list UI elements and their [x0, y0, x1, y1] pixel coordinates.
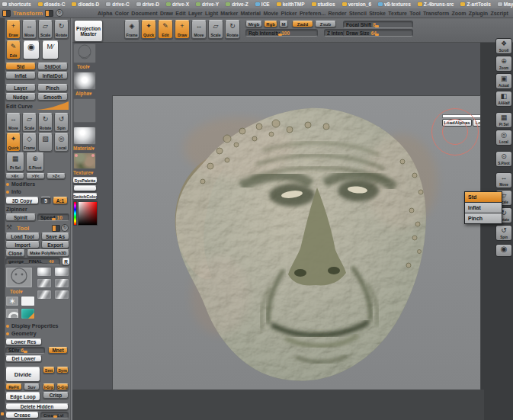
- tool-slot[interactable]: [54, 267, 69, 277]
- menu-color[interactable]: Color: [115, 11, 129, 16]
- scroll-button[interactable]: ❖Scroll: [495, 38, 512, 54]
- menu-marker[interactable]: Marker: [220, 11, 238, 16]
- display-properties-section[interactable]: Display Properties: [6, 323, 58, 329]
- frame-toolbar-button[interactable]: ◈Frame: [124, 20, 139, 39]
- quick-button[interactable]: ✦Quick: [6, 133, 21, 152]
- shortcut-item[interactable]: drive-X: [166, 2, 189, 7]
- refit-button[interactable]: ReFit: [5, 383, 22, 390]
- camera-button[interactable]: ◉: [23, 40, 40, 59]
- shortcut-item[interactable]: dloads-D: [72, 2, 99, 7]
- edit-object-button[interactable]: ✎Edit: [6, 40, 21, 59]
- dock-toggle-icon[interactable]: [45, 10, 53, 17]
- axis-x-button[interactable]: >X<: [5, 173, 24, 179]
- suv-button[interactable]: Suv: [24, 383, 40, 390]
- delete-hidden-button[interactable]: Delete Hidden: [5, 403, 69, 410]
- del-lower-button[interactable]: Del Lower: [5, 355, 42, 362]
- quick-toolbar-button[interactable]: ✦Quick: [141, 20, 156, 39]
- shortcut-item[interactable]: keithTMP: [277, 2, 305, 7]
- menu-texture[interactable]: Texture: [388, 11, 407, 16]
- tool-slot[interactable]: [37, 267, 52, 277]
- ogrp-button[interactable]: O-Grp: [56, 383, 69, 390]
- menu-transform[interactable]: Transform: [423, 11, 449, 16]
- focal-shift-slider[interactable]: Focal Shift8: [343, 21, 413, 28]
- stroke-tray-slot[interactable]: [73, 98, 96, 123]
- camera-button-right[interactable]: ◉: [495, 244, 512, 257]
- brush-std-button[interactable]: Std: [5, 63, 36, 70]
- brush-smooth-button[interactable]: Smooth: [37, 93, 68, 101]
- move-button[interactable]: ↔Move: [6, 113, 21, 132]
- material-tray-thumbnail[interactable]: [73, 127, 96, 145]
- set-pivot-button[interactable]: ⊕S.Pivot: [26, 152, 44, 172]
- popup-item-pinch[interactable]: Pinch: [465, 213, 502, 223]
- edit-toolbar-button[interactable]: ✎Edit: [158, 20, 173, 39]
- current-tool-thumbnail[interactable]: [5, 267, 33, 288]
- slider-nub-icon[interactable]: [375, 34, 379, 36]
- shortcut-item[interactable]: drive-C: [106, 2, 129, 7]
- local-button[interactable]: ◎Local: [54, 133, 69, 152]
- menu-draw[interactable]: Draw: [160, 11, 173, 16]
- speed-slider[interactable]: Speed10: [37, 213, 69, 221]
- zadd-button[interactable]: Zadd: [292, 21, 313, 27]
- draw-size-slider[interactable]: Draw Size64: [343, 29, 413, 37]
- popup-item-std[interactable]: Std: [465, 192, 502, 203]
- scale-button[interactable]: ▱Scale: [22, 113, 37, 132]
- cycle-icon[interactable]: ↻: [56, 9, 63, 17]
- menu-tool[interactable]: Tool: [409, 11, 420, 16]
- tool-tray-thumbnail[interactable]: [73, 43, 96, 63]
- menu-alpha[interactable]: Alpha: [98, 11, 112, 16]
- smt-button[interactable]: Smt: [43, 367, 55, 374]
- syspalette-button[interactable]: SysPalette: [72, 177, 98, 184]
- load-tool-button[interactable]: Load Tool: [5, 232, 40, 240]
- current-tool-field[interactable]: george__FINAL__49: [5, 258, 60, 265]
- menu-picker[interactable]: Picker: [281, 11, 297, 16]
- move-button-right[interactable]: ↔Move: [495, 172, 512, 188]
- texture-tray-thumbnail[interactable]: [73, 152, 96, 169]
- mrgb-button[interactable]: Mrgb: [245, 21, 262, 27]
- menu-render[interactable]: Render: [328, 11, 346, 16]
- menu-light[interactable]: Light: [205, 11, 218, 16]
- tool-slot-ring[interactable]: [5, 308, 19, 319]
- menu-zoom[interactable]: Zoom: [451, 11, 466, 16]
- menu-zscript[interactable]: Zscript: [490, 11, 508, 16]
- edge-loop-button[interactable]: Edge Loop: [5, 392, 40, 401]
- menu-preferences[interactable]: Preferen...: [300, 11, 325, 16]
- shortcut-item[interactable]: drive-D: [136, 2, 159, 7]
- mnet-button[interactable]: Mnet: [48, 347, 68, 354]
- alpha-tray-thumbnail[interactable]: [73, 72, 96, 90]
- menu-toggle-icon[interactable]: [52, 225, 60, 232]
- shortcut-item[interactable]: studios: [312, 2, 335, 7]
- menu-material[interactable]: Material: [241, 11, 261, 16]
- crease-button[interactable]: Crease: [5, 412, 39, 418]
- zsub-button[interactable]: Zsub: [315, 21, 336, 27]
- set-pivot-button-right[interactable]: ⊙S.Pivot: [495, 151, 512, 167]
- marker-button[interactable]: M⁄: [42, 40, 59, 59]
- shortcut-item[interactable]: ICE: [255, 2, 270, 7]
- sdiv-slider[interactable]: SDiv6: [5, 347, 45, 354]
- menu-layer[interactable]: Layer: [188, 11, 203, 16]
- slider-nub-icon[interactable]: [52, 218, 56, 220]
- tool-slot-simple-brush[interactable]: [21, 296, 35, 306]
- rotate-mode-button[interactable]: ↻Rotate: [54, 20, 69, 39]
- frame-button[interactable]: ◇Frame: [22, 133, 37, 152]
- tool-slot[interactable]: [37, 278, 52, 288]
- divide-button[interactable]: Divide: [5, 367, 40, 382]
- transform-palette-icon[interactable]: [2, 10, 11, 17]
- document-canvas[interactable]: LoadAlphas Load Txtre: [113, 96, 480, 390]
- spinit-button[interactable]: SpinIt: [5, 213, 36, 221]
- axis-z-button[interactable]: >Z<: [46, 173, 66, 179]
- info-section[interactable]: Info: [6, 189, 21, 194]
- scale-mode-button[interactable]: ▱Scale: [38, 20, 53, 39]
- tray-texture-label[interactable]: Texture▾: [73, 170, 93, 176]
- crisp-button[interactable]: Crisp: [43, 392, 69, 399]
- tool-slot[interactable]: [37, 290, 52, 300]
- copy-s-field[interactable]: 5: [40, 197, 51, 204]
- crease-lvl-slider[interactable]: CreaseLvl: [40, 412, 69, 418]
- menu-movie[interactable]: Movie: [263, 11, 278, 16]
- rgb-button[interactable]: Rgb: [264, 21, 277, 27]
- spin-button-right[interactable]: ↺Spin: [495, 225, 512, 241]
- geometry-section[interactable]: Geometry: [6, 331, 37, 336]
- draw-toolbar-button[interactable]: +Draw: [175, 20, 190, 39]
- tool-slot[interactable]: [54, 278, 69, 288]
- draw-mode-button[interactable]: +Draw: [6, 20, 21, 39]
- shortcut-item[interactable]: drive-Z: [226, 2, 248, 7]
